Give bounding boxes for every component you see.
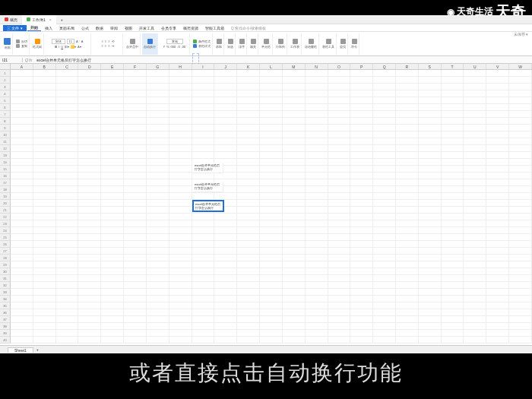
cell[interactable] bbox=[56, 131, 79, 138]
cell[interactable] bbox=[214, 97, 237, 104]
cell[interactable] bbox=[283, 70, 306, 77]
cell[interactable] bbox=[11, 97, 33, 104]
cell[interactable] bbox=[11, 200, 33, 207]
cell[interactable] bbox=[350, 111, 373, 118]
cell[interactable] bbox=[442, 214, 464, 220]
tab-formula[interactable]: 公式 bbox=[78, 25, 92, 31]
cell[interactable] bbox=[464, 70, 486, 77]
cell[interactable] bbox=[283, 337, 306, 344]
cell[interactable] bbox=[78, 220, 101, 227]
cell[interactable] bbox=[192, 145, 215, 152]
cell[interactable] bbox=[124, 309, 147, 316]
cell[interactable] bbox=[260, 309, 283, 316]
cell[interactable] bbox=[214, 84, 237, 90]
cell[interactable] bbox=[464, 104, 486, 111]
cell[interactable] bbox=[419, 309, 442, 316]
cell[interactable] bbox=[328, 330, 351, 337]
cell[interactable] bbox=[350, 145, 373, 152]
cell[interactable] bbox=[328, 138, 351, 145]
cell[interactable] bbox=[350, 193, 373, 200]
cell[interactable] bbox=[486, 275, 509, 282]
row-header[interactable]: 38 bbox=[0, 323, 11, 330]
cell[interactable] bbox=[260, 302, 283, 309]
cell[interactable] bbox=[396, 70, 419, 77]
cell[interactable] bbox=[101, 289, 124, 296]
cell[interactable] bbox=[373, 268, 396, 275]
col-header[interactable]: L bbox=[260, 64, 283, 69]
cell[interactable] bbox=[283, 302, 306, 309]
cell[interactable] bbox=[260, 77, 283, 84]
cell[interactable] bbox=[33, 186, 56, 193]
cell[interactable] bbox=[373, 186, 396, 193]
cell[interactable] bbox=[464, 125, 486, 131]
cell[interactable] bbox=[464, 302, 486, 309]
cell[interactable] bbox=[169, 282, 192, 289]
fill-icon[interactable] bbox=[251, 39, 256, 44]
cell[interactable] bbox=[147, 111, 169, 118]
cell[interactable] bbox=[147, 207, 169, 214]
cell[interactable] bbox=[11, 261, 33, 268]
cell[interactable] bbox=[419, 152, 442, 159]
add-sheet[interactable]: + bbox=[36, 347, 39, 352]
cell[interactable] bbox=[101, 330, 124, 337]
cell[interactable] bbox=[306, 282, 328, 289]
cell[interactable] bbox=[509, 179, 532, 186]
cell[interactable] bbox=[419, 104, 442, 111]
cell[interactable] bbox=[373, 97, 396, 104]
cell[interactable] bbox=[283, 316, 306, 323]
cell[interactable] bbox=[486, 261, 509, 268]
cell[interactable] bbox=[192, 152, 215, 159]
row-header[interactable]: 22 bbox=[0, 214, 11, 220]
cell[interactable] bbox=[350, 248, 373, 255]
cell[interactable] bbox=[442, 77, 464, 84]
cell[interactable] bbox=[509, 111, 532, 118]
cell[interactable] bbox=[442, 104, 464, 111]
cell[interactable] bbox=[169, 186, 192, 193]
painter-icon[interactable] bbox=[35, 39, 40, 44]
cell[interactable] bbox=[33, 330, 56, 337]
cell[interactable] bbox=[260, 118, 283, 125]
cell[interactable] bbox=[486, 220, 509, 227]
cell[interactable] bbox=[283, 77, 306, 84]
cell[interactable] bbox=[350, 214, 373, 220]
row-header[interactable]: 15 bbox=[0, 166, 11, 173]
cell[interactable] bbox=[306, 289, 328, 296]
cell[interactable] bbox=[192, 125, 215, 131]
cell[interactable] bbox=[373, 207, 396, 214]
cell[interactable] bbox=[78, 173, 101, 179]
cell[interactable] bbox=[237, 84, 260, 90]
cell[interactable] bbox=[509, 152, 532, 159]
cell[interactable] bbox=[56, 248, 79, 255]
cell[interactable] bbox=[306, 152, 328, 159]
cell[interactable] bbox=[464, 323, 486, 330]
symbol-icon[interactable] bbox=[352, 39, 357, 44]
cell[interactable] bbox=[419, 241, 442, 248]
cell[interactable] bbox=[124, 220, 147, 227]
cell[interactable] bbox=[101, 179, 124, 186]
cell[interactable] bbox=[486, 255, 509, 261]
cell[interactable] bbox=[350, 97, 373, 104]
cell[interactable] bbox=[509, 316, 532, 323]
cell[interactable] bbox=[237, 255, 260, 261]
cell[interactable] bbox=[260, 296, 283, 302]
cell[interactable] bbox=[442, 97, 464, 104]
cell[interactable] bbox=[33, 159, 56, 166]
cell[interactable] bbox=[396, 186, 419, 193]
cell[interactable] bbox=[373, 173, 396, 179]
cell[interactable] bbox=[33, 200, 56, 207]
cell[interactable] bbox=[260, 111, 283, 118]
cell[interactable] bbox=[78, 152, 101, 159]
cell[interactable] bbox=[260, 268, 283, 275]
cell[interactable] bbox=[464, 330, 486, 337]
cell[interactable] bbox=[373, 118, 396, 125]
cell[interactable] bbox=[486, 207, 509, 214]
cell[interactable] bbox=[283, 248, 306, 255]
cell[interactable] bbox=[124, 97, 147, 104]
bold-button[interactable]: B bbox=[55, 45, 57, 49]
cell[interactable] bbox=[486, 131, 509, 138]
cell[interactable] bbox=[419, 302, 442, 309]
cell[interactable] bbox=[192, 227, 215, 234]
percent[interactable]: % bbox=[166, 45, 169, 49]
row-header[interactable]: 21 bbox=[0, 207, 11, 214]
cell[interactable] bbox=[442, 316, 464, 323]
